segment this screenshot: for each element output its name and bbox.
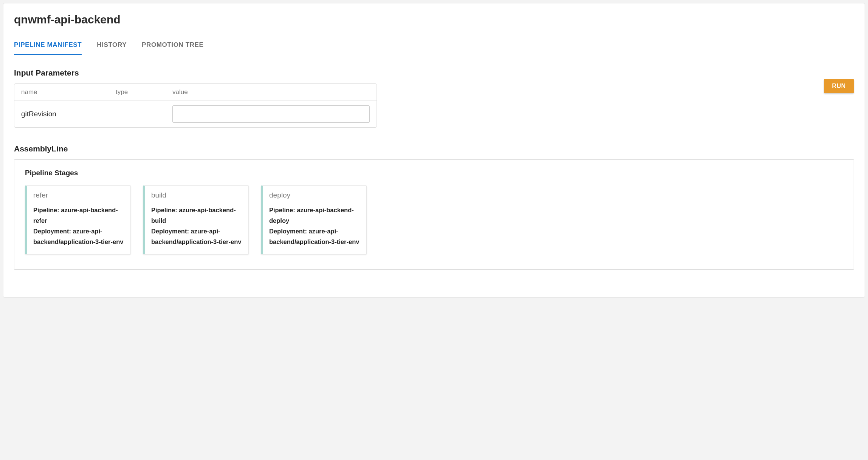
- page-title: qnwmf-api-backend: [14, 13, 854, 26]
- input-params-row: gitRevision: [14, 101, 377, 127]
- tabs: PIPELINE MANIFEST HISTORY PROMOTION TREE: [14, 37, 854, 56]
- stage-deployment-label: Deployment:: [269, 228, 307, 235]
- input-params-heading: Input Parameters: [14, 68, 377, 77]
- stage-name: deploy: [269, 191, 360, 199]
- assembly-heading: AssemblyLine: [14, 144, 854, 153]
- stage-pipeline-line: Pipeline: azure-api-backend-refer: [33, 205, 124, 226]
- assembly-box: Pipeline Stages refer Pipeline: azure-ap…: [14, 159, 854, 270]
- pipeline-stages-row: refer Pipeline: azure-api-backend-refer …: [25, 185, 843, 254]
- main-panel: qnwmf-api-backend PIPELINE MANIFEST HIST…: [3, 3, 865, 298]
- param-name: gitRevision: [21, 110, 116, 118]
- tab-pipeline-manifest[interactable]: PIPELINE MANIFEST: [14, 37, 82, 55]
- stage-pipeline-label: Pipeline:: [269, 207, 295, 213]
- stage-card-build[interactable]: build Pipeline: azure-api-backend-build …: [143, 185, 249, 254]
- tab-promotion-tree[interactable]: PROMOTION TREE: [142, 37, 203, 55]
- input-params-col-value: value: [172, 88, 370, 96]
- assembly-section: AssemblyLine Pipeline Stages refer Pipel…: [14, 144, 854, 270]
- input-params-col-type: type: [116, 88, 172, 96]
- stage-name: build: [151, 191, 242, 199]
- stage-pipeline-line: Pipeline: azure-api-backend-build: [151, 205, 242, 226]
- param-value-input[interactable]: [172, 105, 370, 123]
- run-button[interactable]: RUN: [824, 79, 854, 93]
- stage-pipeline-line: Pipeline: azure-api-backend-deploy: [269, 205, 360, 226]
- tab-history[interactable]: HISTORY: [97, 37, 127, 55]
- stage-deployment-label: Deployment:: [151, 228, 189, 235]
- input-params-header-row: name type value: [14, 84, 377, 101]
- stage-deployment-line: Deployment: azure-api-backend/applicatio…: [151, 226, 242, 247]
- stage-deployment-line: Deployment: azure-api-backend/applicatio…: [33, 226, 124, 247]
- stage-pipeline-label: Pipeline:: [33, 207, 59, 213]
- stage-card-deploy[interactable]: deploy Pipeline: azure-api-backend-deplo…: [261, 185, 367, 254]
- stage-card-refer[interactable]: refer Pipeline: azure-api-backend-refer …: [25, 185, 131, 254]
- input-params-table: name type value gitRevision: [14, 83, 377, 128]
- stage-name: refer: [33, 191, 124, 199]
- stage-deployment-label: Deployment:: [33, 228, 71, 235]
- input-params-col-name: name: [21, 88, 116, 96]
- stage-deployment-line: Deployment: azure-api-backend/applicatio…: [269, 226, 360, 247]
- pipeline-stages-heading: Pipeline Stages: [25, 169, 843, 177]
- stage-pipeline-label: Pipeline:: [151, 207, 177, 213]
- param-value-cell: [172, 105, 370, 123]
- input-run-row: Input Parameters name type value gitRevi…: [14, 68, 854, 128]
- input-params-section: Input Parameters name type value gitRevi…: [14, 68, 377, 128]
